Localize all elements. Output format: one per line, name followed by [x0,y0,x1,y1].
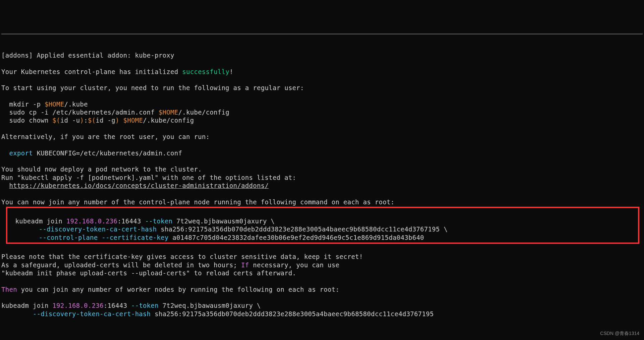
join-command-line: --control-plane --certificate-key a01487… [7,234,424,241]
join-command-line: --discovery-token-ca-cert-hash sha256:92… [7,225,448,233]
status-success: successfully [182,68,229,75]
keyword-if: If [241,261,249,269]
cli-flag: --discovery-token-ca-cert-hash [39,225,157,233]
output-line: To start using your cluster, you need to… [1,84,304,91]
subst-open: $( [88,117,95,124]
output-line: As a safeguard, uploaded-certs will be d… [1,261,340,269]
highlighted-command-box: kubeadm join 192.168.0.236:16443 --token… [6,207,639,244]
ip-address: 192.168.0.236 [66,217,118,225]
output-line: "kubeadm init phase upload-certs --uploa… [1,269,296,277]
env-var: $HOME [123,117,143,124]
output-line: Run "kubectl apply -f [podnetwork].yaml"… [1,174,296,181]
keyword-export: export [9,149,32,157]
output-line: You can now join any number of the contr… [1,198,395,206]
cli-flag: --certificate-key [102,234,169,241]
cli-flag: --control-plane [39,234,98,241]
output-line: Please note that the certificate-key giv… [1,253,363,260]
ip-address: 192.168.0.236 [53,302,104,309]
keyword-then: Then [1,286,17,293]
env-var: $HOME [45,100,64,108]
terminal-output[interactable]: [addons] Applied essential addon: kube-p… [1,43,643,318]
env-var: $HOME [159,109,178,116]
output-line: https://kubernetes.io/docs/concepts/clus… [1,182,269,189]
output-line: Then you can join any number of worker n… [1,286,340,293]
output-line: You should now deploy a pod network to t… [1,165,202,173]
docs-link[interactable]: https://kubernetes.io/docs/concepts/clus… [9,182,269,189]
output-line: mkdir -p $HOME/.kube [1,100,88,108]
output-line: Alternatively, if you are the root user,… [1,133,210,140]
join-command-line: kubeadm join 192.168.0.236:16443 --token… [1,302,261,309]
cli-flag: --token [145,217,172,225]
watermark-text: CSDN @青春1314 [600,331,639,337]
output-line: [addons] Applied essential addon: kube-p… [1,52,174,59]
output-line: sudo cp -i /etc/kubernetes/admin.conf $H… [1,109,229,116]
subst-close: ) [115,117,119,124]
join-command-line: kubeadm join 192.168.0.236:16443 --token… [7,217,275,225]
cli-flag: --discovery-token-ca-cert-hash [33,310,151,318]
output-line: Your Kubernetes control-plane has initia… [1,68,233,75]
subst-open: $( [53,117,60,124]
join-command-line: --discovery-token-ca-cert-hash sha256:92… [1,310,434,318]
output-line: sudo chown $(id -u):$(id -g) $HOME/.kube… [1,117,194,124]
output-line: export KUBECONFIG=/etc/kubernetes/admin.… [1,149,182,157]
subst-close: ) [80,117,84,124]
cli-flag: --token [131,302,158,309]
